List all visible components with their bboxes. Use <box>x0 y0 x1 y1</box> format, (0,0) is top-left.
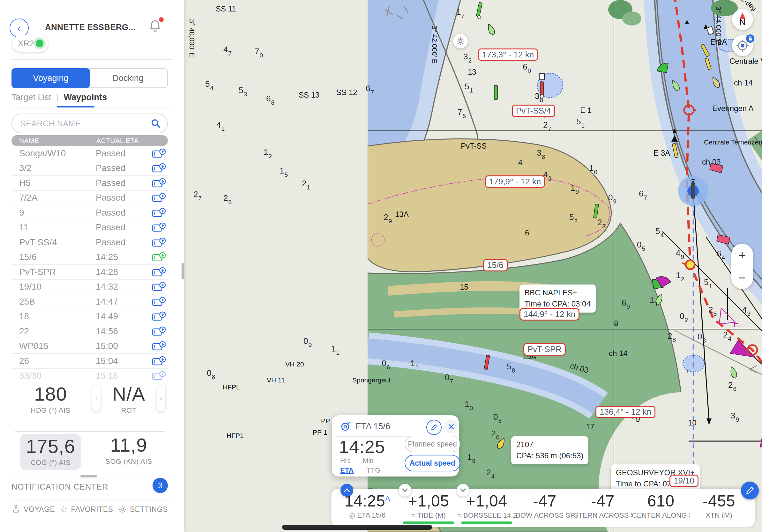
waypoint-row[interactable]: 3/2 Passed <box>12 161 168 176</box>
eta-time-value[interactable]: 14:25 <box>339 436 385 457</box>
chart-label: E 3A <box>653 149 670 158</box>
add-eta-card-icon[interactable] <box>152 237 166 247</box>
waypoint-name: 25B <box>12 297 96 307</box>
nav-stat[interactable]: ‹ › 175,6 COG (°) AIS <box>12 434 90 480</box>
online-status-dot <box>36 39 43 47</box>
eta-mode-tab[interactable]: ETA <box>340 466 353 475</box>
waypoint-row[interactable]: Songa/W10 Passed <box>12 146 168 161</box>
waypoint-eta: 14:49 <box>96 311 147 321</box>
waypoint-name: 26 <box>12 356 96 366</box>
metric-cell[interactable]: 14:25A ETA 15/6 <box>338 493 396 524</box>
waypoint-row[interactable]: 25B 14:47 <box>12 295 168 309</box>
actual-speed-button[interactable]: Actual speed <box>405 455 460 471</box>
depth-sounding: 47 <box>223 45 231 56</box>
add-eta-card-icon[interactable] <box>152 148 166 159</box>
waypoint-row[interactable]: PvT-SS/4 Passed <box>12 235 168 250</box>
sidebar-resize-handle[interactable] <box>182 263 184 279</box>
waypoint-row[interactable]: 18 14:49 <box>12 309 168 324</box>
nav-settings[interactable]: SETTINGS <box>118 504 168 514</box>
back-button[interactable]: ‹ <box>10 19 29 37</box>
waypoint-label[interactable]: PvT-SS/4 <box>512 104 555 117</box>
depth-sounding: 58 <box>507 362 515 373</box>
edit-route-button[interactable] <box>741 482 759 499</box>
waypoint-row[interactable]: 11 Passed <box>12 220 168 235</box>
waypoint-row[interactable]: 15/6 14:25 <box>12 250 168 265</box>
metric-cell[interactable]: -47 BOW ACROSS SPEED <box>516 493 574 524</box>
add-eta-card-icon[interactable] <box>152 282 166 292</box>
tab-waypoints[interactable]: Waypoints <box>64 93 107 102</box>
add-eta-card-icon[interactable] <box>152 163 166 173</box>
notification-center-label[interactable]: NOTIFICATION CENTER <box>12 482 108 492</box>
add-eta-card-icon[interactable] <box>152 193 166 203</box>
stat-pager-left[interactable]: ‹ <box>92 385 101 412</box>
course-speed-label[interactable]: 144,9° - 12 kn <box>519 308 579 320</box>
tab-docking[interactable]: Docking <box>88 68 168 88</box>
add-eta-card-icon[interactable] <box>152 178 166 188</box>
course-speed-label[interactable]: 179,9° - 12 kn <box>485 175 545 188</box>
search-icon[interactable] <box>151 118 161 129</box>
nav-voyage[interactable]: VOYAGE <box>12 504 55 514</box>
ttg-mode-tab[interactable]: TTG <box>366 466 380 475</box>
add-eta-card-icon[interactable] <box>152 311 166 321</box>
add-eta-card-icon[interactable] <box>152 222 166 233</box>
notification-count-badge[interactable]: 3 <box>153 478 168 493</box>
metric-cell[interactable]: +1,04 BORSSELE 14:21 <box>458 493 516 524</box>
metrics-scrollbar[interactable] <box>282 525 432 530</box>
eta-close-button[interactable]: ✕ <box>444 420 458 434</box>
add-eta-card-icon[interactable] <box>152 208 166 218</box>
add-eta-card-icon[interactable] <box>152 252 166 262</box>
waypoint-row[interactable]: 22 14:56 <box>12 324 168 339</box>
waypoint-row[interactable]: 7/2A Passed <box>12 191 168 206</box>
notification-drawer-handle[interactable] <box>80 475 97 478</box>
waypoint-row[interactable]: WP015 15:00 <box>12 339 168 354</box>
metric-cell[interactable]: +1,05 TIDE (M) <box>400 493 458 524</box>
collapse-borssele-button[interactable] <box>457 484 469 497</box>
metric-label: ETA 15/6 <box>338 511 396 519</box>
chart-label: 10 <box>688 419 697 428</box>
nav-stat[interactable]: ‹ › N/A ROT <box>90 383 168 429</box>
waypoint-label[interactable]: 19/10 <box>669 475 699 487</box>
metric-cell[interactable]: 610 CENTER ALONG SPEED <box>632 493 690 524</box>
zoom-out-button[interactable]: − <box>731 266 753 289</box>
waypoint-row[interactable]: 33/30 15:16 <box>12 369 168 384</box>
map-settings-button[interactable] <box>453 34 468 48</box>
sidebar-panel: ‹ ANNETTE ESSBERG... XR2 Voyaging Dockin… <box>0 0 184 532</box>
zoom-in-button[interactable]: + <box>731 244 753 266</box>
vessel-badge[interactable]: XR2 <box>12 35 48 52</box>
metric-cell[interactable]: -455 XTN (M) <box>690 493 748 524</box>
waypoint-name: PvT-SS/4 <box>12 237 96 247</box>
course-speed-label[interactable]: 136,4° - 12 kn <box>595 406 655 418</box>
nav-favorites[interactable]: ☆ FAVORITES <box>60 504 113 514</box>
compass-north-button[interactable]: N <box>732 9 753 30</box>
add-eta-card-icon[interactable] <box>152 356 166 366</box>
waypoint-row[interactable]: PvT-SPR 14:28 <box>12 265 168 280</box>
add-eta-card-icon[interactable] <box>152 326 166 337</box>
tab-voyaging[interactable]: Voyaging <box>12 68 90 88</box>
waypoint-row[interactable]: H5 Passed <box>12 176 168 191</box>
depth-sounding: 12 <box>264 147 271 159</box>
waypoint-eta: 14:47 <box>96 297 147 307</box>
add-eta-card-icon[interactable] <box>152 297 166 307</box>
course-speed-label[interactable]: 173,3° - 12 kn <box>478 48 538 61</box>
add-eta-card-icon[interactable] <box>152 341 166 351</box>
add-eta-card-icon[interactable] <box>152 267 166 277</box>
search-input[interactable] <box>20 119 151 129</box>
collapse-tide-button[interactable] <box>399 484 411 497</box>
waypoint-label[interactable]: PvT-SPR <box>523 343 566 356</box>
metric-cell[interactable]: -47 STERN ACROSS SPEED <box>574 493 632 524</box>
planned-speed-button[interactable]: Planned speed <box>405 436 460 452</box>
tab-target-list[interactable]: Target List <box>12 93 51 102</box>
add-eta-card-icon[interactable] <box>152 370 166 381</box>
waypoint-eta: Passed <box>96 148 147 159</box>
nav-stat[interactable]: ‹ › 11,9 SOG (KN) AIS <box>90 434 168 480</box>
target-cpa-tooltip[interactable]: 2107CPA: 536 m (06:53) <box>511 436 588 464</box>
stat-pager-right[interactable]: › <box>157 385 165 412</box>
waypoint-row[interactable]: 9 Passed <box>12 205 168 220</box>
waypoint-label[interactable]: 15/6 <box>483 259 508 271</box>
waypoint-row[interactable]: 26 15:04 <box>12 354 168 369</box>
nav-stat[interactable]: ‹ › 180 HDG (°) AIS <box>12 383 90 429</box>
depth-sounding: 26 <box>728 380 736 391</box>
eta-edit-button[interactable] <box>426 420 442 435</box>
expand-panel-button[interactable] <box>341 484 353 497</box>
waypoint-row[interactable]: 19/10 14:32 <box>12 280 168 295</box>
